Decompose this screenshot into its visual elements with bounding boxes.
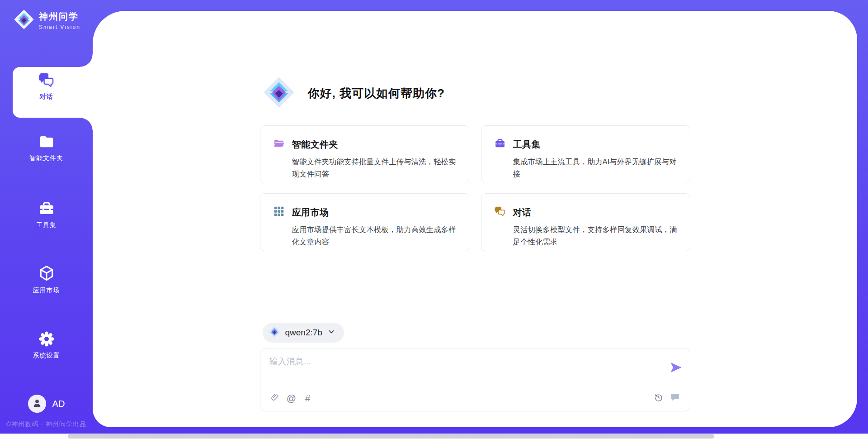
sidebar-item-smart-folder[interactable]: 智能文件夹 bbox=[0, 133, 93, 162]
user-profile[interactable]: AD bbox=[0, 395, 93, 413]
new-chat-button[interactable] bbox=[669, 392, 681, 404]
card-toolset[interactable]: 工具集 集成市场上主流工具，助力AI与外界无缝扩展与对接 bbox=[481, 125, 690, 183]
gear-icon bbox=[38, 330, 55, 349]
comment-icon bbox=[670, 392, 680, 404]
message-input[interactable] bbox=[269, 356, 654, 382]
tab-fillet-bottom bbox=[80, 118, 93, 130]
app-grid-icon bbox=[273, 205, 285, 219]
scrollbar-thumb[interactable] bbox=[68, 434, 714, 439]
card-app-market[interactable]: 应用市场 应用市场提供丰富长文本模板，助力高效生成多样化文章内容 bbox=[260, 193, 469, 251]
sidebar-item-toolset[interactable]: 工具集 bbox=[0, 200, 93, 229]
card-description: 智能文件夹功能支持批量文件上传与清洗，轻松实现文件问答 bbox=[292, 156, 458, 180]
feature-cards: 智能文件夹 智能文件夹功能支持批量文件上传与清洗，轻松实现文件问答 bbox=[260, 125, 690, 251]
card-smart-folder[interactable]: 智能文件夹 智能文件夹功能支持批量文件上传与清洗，轻松实现文件问答 bbox=[260, 125, 469, 183]
sidebar-item-chat[interactable]: 对话 bbox=[0, 72, 93, 101]
card-description: 集成市场上主流工具，助力AI与外界无缝扩展与对接 bbox=[513, 156, 679, 180]
tab-fillet-top bbox=[80, 54, 93, 67]
hash-icon: # bbox=[305, 393, 311, 404]
greeting-title: 你好, 我可以如何帮助你? bbox=[308, 86, 445, 101]
brand-subtitle: Smart Vision bbox=[39, 24, 80, 30]
sidebar-item-app-market[interactable]: 应用市场 bbox=[0, 264, 93, 295]
cube-icon bbox=[38, 264, 56, 284]
brand-name: 神州问学 bbox=[39, 11, 79, 21]
main-panel: 你好, 我可以如何帮助你? 智能文件夹 智能文件夹功能支持批量文件上传与清洗，轻… bbox=[93, 11, 857, 427]
sidebar-item-label: 对话 bbox=[0, 93, 93, 101]
card-chat[interactable]: 对话 灵活切换多模型文件，支持多样回复效果调试，满足个性化需求 bbox=[481, 193, 690, 251]
horizontal-scrollbar bbox=[0, 434, 868, 439]
card-description: 应用市场提供丰富长文本模板，助力高效生成多样化文章内容 bbox=[292, 224, 458, 248]
sidebar: 神州问学 Smart Vision 对话 智能文件夹 bbox=[0, 0, 93, 439]
card-title: 应用市场 bbox=[292, 206, 329, 219]
copyright-text: ©神州数码 · 神州问学出品 bbox=[6, 420, 86, 429]
folder-open-icon bbox=[273, 138, 285, 151]
user-name: AD bbox=[52, 399, 65, 409]
send-button[interactable] bbox=[669, 361, 683, 375]
folder-icon bbox=[38, 133, 55, 152]
paperclip-icon bbox=[270, 393, 280, 404]
card-title: 工具集 bbox=[513, 138, 541, 151]
sidebar-item-label: 系统设置 bbox=[0, 352, 93, 360]
sidebar-item-label: 工具集 bbox=[0, 221, 93, 229]
toolbox-icon bbox=[38, 200, 55, 219]
toolbox-icon bbox=[494, 138, 506, 151]
topic-button[interactable]: # bbox=[302, 392, 314, 404]
sidebar-item-settings[interactable]: 系统设置 bbox=[0, 330, 93, 360]
brand-logo: 神州问学 Smart Vision bbox=[14, 9, 93, 32]
mention-button[interactable]: @ bbox=[286, 392, 297, 404]
model-selector[interactable]: qwen2:7b bbox=[263, 323, 344, 343]
avatar bbox=[28, 395, 46, 413]
send-icon bbox=[670, 368, 682, 375]
sidebar-item-label: 应用市场 bbox=[0, 286, 93, 295]
diamond-logo-icon bbox=[263, 76, 295, 110]
chat-bubbles-icon bbox=[38, 72, 55, 91]
card-title: 智能文件夹 bbox=[292, 138, 339, 151]
chat-bubbles-icon bbox=[494, 205, 506, 219]
model-name: qwen2:7b bbox=[285, 328, 322, 338]
message-composer: @ # bbox=[260, 348, 690, 411]
history-button[interactable] bbox=[653, 392, 665, 404]
card-description: 灵活切换多模型文件，支持多样回复效果调试，满足个性化需求 bbox=[513, 224, 679, 248]
diamond-logo-icon bbox=[268, 325, 281, 340]
attach-button[interactable] bbox=[269, 392, 281, 404]
diamond-logo-icon bbox=[14, 9, 34, 32]
history-icon bbox=[654, 392, 664, 404]
at-icon: @ bbox=[287, 393, 296, 404]
person-icon bbox=[31, 397, 43, 410]
card-title: 对话 bbox=[513, 206, 532, 219]
sidebar-item-label: 智能文件夹 bbox=[0, 154, 93, 162]
greeting: 你好, 我可以如何帮助你? bbox=[263, 76, 445, 110]
chevron-down-icon bbox=[327, 327, 336, 338]
